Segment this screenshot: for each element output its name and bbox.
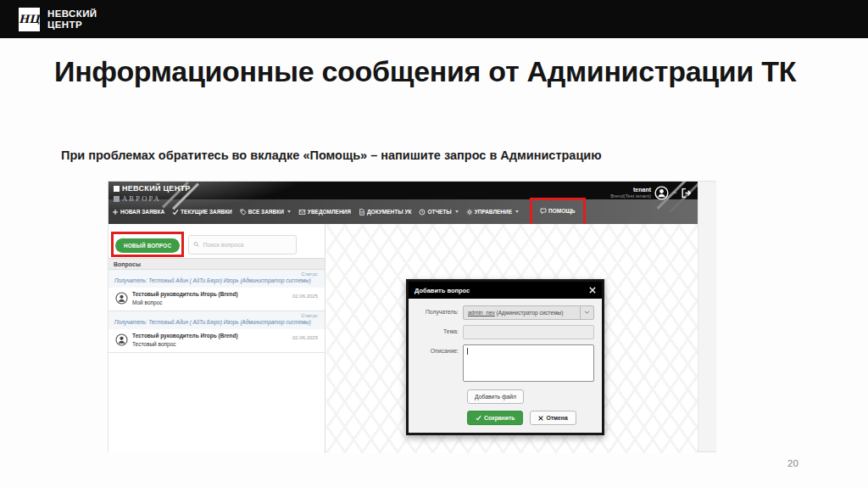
recipient-value-user: admin_nev [468, 310, 495, 316]
nav-new-request[interactable]: НОВАЯ ЗАЯВКА [112, 209, 164, 216]
logo-square-icon [114, 186, 120, 192]
recipient-select[interactable]: admin_nev (Администратор системы) [463, 305, 594, 320]
page-title: Информационные сообщения от Администраци… [54, 53, 827, 90]
chevron-down-icon [287, 210, 291, 213]
questions-list: Статус: Получатель: Тестовый Адин ( АйТи… [108, 270, 325, 353]
add-file-button[interactable]: Добавить файл [467, 389, 524, 404]
nav-documents[interactable]: ДОКУМЕНТЫ УК [359, 209, 411, 216]
app-content: НЕВСКИЙ ЦЕНТР АВРОРА НОВАЯ ЗАЯВКА ТЕКУЩИ [108, 182, 698, 451]
chevron-down-icon [580, 306, 593, 319]
search-input[interactable] [203, 242, 292, 248]
app-screenshot: НЕВСКИЙ ЦЕНТР АВРОРА НОВАЯ ЗАЯВКА ТЕКУЩИ [108, 181, 716, 452]
user-name: tenant [610, 187, 651, 193]
item-date: 02.06.2025 [292, 294, 318, 299]
app-nav: НОВАЯ ЗАЯВКА ТЕКУЩИЕ ЗАЯВКИ ВСЕ ЗАЯВКИ У… [112, 199, 586, 224]
avatar-icon [115, 292, 128, 305]
logout-icon[interactable] [681, 188, 692, 199]
cancel-button[interactable]: Отмена [530, 411, 576, 425]
screenshot-right-strip [698, 182, 716, 451]
nevsky-center-logo: НЦ [19, 8, 40, 31]
logo-monogram: НЦ [19, 13, 40, 25]
item-body: Тестовый руководитель Игорь (Brend) Тест… [108, 329, 325, 352]
questions-panel: НОВЫЙ ВОПРОС Вопросы Статус: Получатель:… [108, 224, 326, 453]
avatar-icon[interactable] [654, 186, 669, 200]
modal-body: Получатель: admin_nev (Администратор сис… [409, 299, 602, 433]
help-highlight-box: ПОМОЩЬ [530, 198, 586, 225]
plus-icon [112, 209, 119, 216]
avatar-icon [115, 333, 128, 346]
app-logo-line1: НЕВСКИЙ ЦЕНТР [122, 184, 191, 193]
brand-line2: ЦЕНТР [47, 20, 97, 31]
nav-current-requests[interactable]: ТЕКУЩИЕ ЗАЯВКИ [172, 209, 232, 216]
chevron-down-icon [455, 210, 459, 213]
new-question-button[interactable]: НОВЫЙ ВОПРОС [115, 238, 180, 253]
envelope-icon [298, 209, 306, 216]
item-author: Тестовый руководитель Игорь (Brend) [132, 333, 238, 339]
search-icon [193, 241, 199, 248]
recipient-value-rest: (Администратор системы) [495, 310, 564, 316]
item-recipient: Получатель: Тестовый Адин ( АйТи Бюро) И… [114, 319, 319, 327]
list-item[interactable]: Статус: Получатель: Тестовый Адин ( АйТи… [108, 270, 325, 311]
status-label: Статус: [114, 271, 319, 277]
close-icon[interactable] [589, 287, 596, 294]
item-author: Тестовый руководитель Игорь (Brend) [132, 291, 238, 297]
item-head: Статус: Получатель: Тестовый Адин ( АйТи… [108, 311, 325, 329]
modal-title-bar: Добавить вопрос [409, 282, 602, 299]
item-subject: Мой вопрос [132, 299, 238, 305]
nav-all-requests[interactable]: ВСЕ ЗАЯВКИ [240, 209, 291, 216]
page-number: 20 [787, 458, 798, 468]
tag-icon [240, 209, 247, 216]
history-icon [419, 209, 426, 216]
panel-top: НОВЫЙ ВОПРОС [111, 232, 297, 257]
main-area: Добавить вопрос Получатель: admin_nev (А… [326, 224, 698, 453]
check-icon [172, 209, 179, 216]
add-question-modal: Добавить вопрос Получатель: admin_nev (А… [406, 279, 604, 435]
subject-input[interactable] [463, 325, 594, 339]
item-body: Тестовый руководитель Игорь (Brend) Мой … [108, 288, 325, 311]
chevron-down-icon[interactable] [672, 191, 677, 195]
chat-icon [540, 208, 547, 215]
nav-reports[interactable]: ОТЧЕТЫ [419, 209, 458, 216]
brand-text: НЕВСКИЙ ЦЕНТР [47, 8, 97, 31]
slide-subtitle: При проблемах обратитесь во вкладке «Пом… [61, 148, 602, 162]
slide-topbar: НЦ НЕВСКИЙ ЦЕНТР [0, 0, 868, 38]
nav-notifications[interactable]: УВЕДОМЛЕНИЯ [298, 209, 351, 216]
save-button[interactable]: Сохранить [467, 411, 523, 425]
app-header: НЕВСКИЙ ЦЕНТР АВРОРА НОВАЯ ЗАЯВКА ТЕКУЩИ [108, 182, 698, 224]
item-date: 02.06.2025 [292, 335, 318, 340]
chevron-down-icon [515, 210, 519, 213]
user-org: Brend(Test tenant) [610, 193, 651, 199]
item-subject: Тестовый вопрос [132, 341, 238, 347]
description-textarea[interactable] [463, 344, 594, 382]
check-icon [476, 415, 481, 421]
subject-label: Тема: [416, 325, 463, 334]
document-icon [359, 209, 365, 216]
recipient-label: Получатель: [416, 305, 463, 315]
description-label: Описание: [416, 344, 463, 354]
list-item[interactable]: Статус: Получатель: Тестовый Адин ( АйТи… [108, 311, 325, 353]
user-block: tenant Brend(Test tenant) [610, 186, 692, 200]
nav-help[interactable]: ПОМОЩЬ [540, 208, 576, 221]
brand-line1: НЕВСКИЙ [47, 8, 97, 20]
item-recipient: Получатель: Тестовый Адин ( АйТи Бюро) И… [114, 277, 319, 285]
new-question-highlight-box: НОВЫЙ ВОПРОС [111, 232, 184, 257]
search-box [188, 235, 297, 255]
nav-management[interactable]: УПРАВЛЕНИЕ [466, 209, 519, 216]
gear-icon [466, 209, 473, 216]
item-head: Статус: Получатель: Тестовый Адин ( АйТи… [108, 270, 325, 288]
slide-root: НЦ НЕВСКИЙ ЦЕНТР Информационные сообщени… [0, 0, 868, 487]
modal-title: Добавить вопрос [415, 287, 470, 294]
status-label: Статус: [114, 313, 319, 318]
user-text: tenant Brend(Test tenant) [610, 187, 651, 199]
close-icon [538, 416, 543, 421]
questions-list-title: Вопросы [108, 258, 325, 270]
